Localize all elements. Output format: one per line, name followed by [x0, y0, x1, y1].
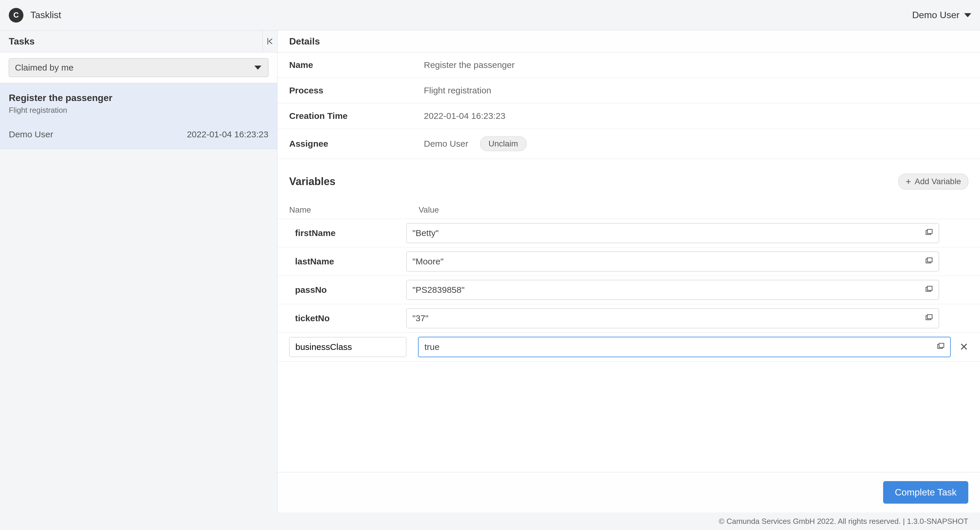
delete-variable-button[interactable]: ✕: [951, 341, 968, 353]
svg-rect-9: [939, 344, 944, 348]
task-item-assignee: Demo User: [9, 129, 53, 139]
variables-section: Variables + Add Variable Name Value firs…: [277, 159, 980, 472]
variable-value-input[interactable]: [418, 337, 951, 357]
complete-task-button[interactable]: Complete Task: [883, 481, 968, 504]
variables-header: Variables + Add Variable: [277, 159, 980, 201]
variable-value-wrapper: [406, 251, 939, 271]
variable-value-wrapper: [406, 223, 939, 243]
app-title: Tasklist: [30, 10, 61, 21]
task-item-date: 2022-01-04 16:23:23: [187, 129, 269, 139]
sidebar: Tasks Claimed by me Register the passeng…: [0, 30, 277, 512]
collapse-sidebar-button[interactable]: [262, 30, 277, 53]
detail-row-name: Name Register the passenger: [277, 53, 980, 78]
detail-label: Creation Time: [289, 111, 424, 121]
detail-value: Flight registration: [424, 86, 491, 95]
col-header-name: Name: [289, 205, 418, 215]
variable-value-wrapper: [406, 280, 939, 300]
unclaim-button[interactable]: Unclaim: [480, 137, 527, 151]
variable-row: firstName: [277, 219, 980, 247]
details-heading: Details: [289, 36, 320, 47]
header-left: C Tasklist: [9, 8, 61, 22]
detail-value-assignee: Demo User Unclaim: [424, 137, 527, 151]
content-footer: Complete Task: [277, 472, 980, 512]
details-table: Name Register the passenger Process Flig…: [277, 53, 980, 159]
content-panel: Details Name Register the passenger Proc…: [277, 30, 980, 512]
detail-value: 2022-01-04 16:23:23: [424, 111, 506, 121]
variable-row: lastName: [277, 247, 980, 276]
app-logo[interactable]: C: [9, 8, 24, 22]
detail-row-creation-time: Creation Time 2022-01-04 16:23:23: [277, 103, 980, 129]
app-header: C Tasklist Demo User: [0, 0, 980, 30]
detail-label: Assignee: [289, 139, 424, 149]
add-variable-button[interactable]: + Add Variable: [898, 173, 968, 189]
svg-rect-1: [928, 229, 932, 234]
user-name-label: Demo User: [912, 10, 959, 21]
variable-name: ticketNo: [283, 313, 406, 323]
col-header-value: Value: [418, 205, 439, 215]
expand-icon[interactable]: [925, 314, 933, 323]
filter-section: Claimed by me: [0, 53, 277, 83]
sidebar-title: Tasks: [9, 36, 35, 47]
detail-row-assignee: Assignee Demo User Unclaim: [277, 129, 980, 159]
chevron-down-icon: [964, 13, 971, 17]
task-item-footer: Demo User 2022-01-04 16:23:23: [9, 129, 269, 139]
svg-rect-5: [928, 286, 932, 290]
task-item-process: Flight registration: [9, 106, 269, 115]
expand-icon[interactable]: [937, 342, 945, 352]
detail-row-process: Process Flight registration: [277, 78, 980, 103]
close-icon: ✕: [959, 341, 968, 353]
expand-icon[interactable]: [925, 257, 933, 266]
variable-value-wrapper: [406, 308, 939, 328]
variable-name-input[interactable]: [289, 337, 406, 357]
sidebar-header: Tasks: [0, 30, 277, 53]
variable-name: passNo: [283, 285, 406, 295]
plus-icon: +: [906, 177, 911, 186]
variable-row: passNo: [277, 276, 980, 304]
filter-select-wrapper: Claimed by me: [9, 58, 269, 77]
detail-label: Name: [289, 60, 424, 70]
page-footer: © Camunda Services GmbH 2022. All rights…: [0, 512, 980, 530]
expand-icon[interactable]: [925, 228, 933, 238]
filter-select[interactable]: Claimed by me: [9, 58, 269, 77]
expand-icon[interactable]: [925, 285, 933, 294]
footer-text: © Camunda Services GmbH 2022. All rights…: [719, 517, 968, 526]
user-menu[interactable]: Demo User: [912, 10, 971, 21]
variables-table-header: Name Value: [277, 201, 980, 219]
task-item-title: Register the passenger: [9, 92, 269, 103]
variable-value-input[interactable]: [406, 223, 939, 243]
detail-value: Register the passenger: [424, 60, 515, 70]
svg-rect-3: [928, 258, 932, 262]
detail-label: Process: [289, 86, 424, 95]
variable-value-input[interactable]: [406, 308, 939, 328]
add-variable-label: Add Variable: [915, 177, 961, 186]
variable-value-input[interactable]: [406, 251, 939, 271]
collapse-left-icon: [267, 38, 273, 45]
variable-name: lastName: [283, 256, 406, 266]
variable-value-wrapper: [418, 337, 951, 357]
variable-row: ticketNo: [277, 304, 980, 333]
task-list-item[interactable]: Register the passenger Flight registrati…: [0, 83, 277, 149]
variable-name: firstName: [283, 228, 406, 238]
content-header: Details: [277, 30, 980, 53]
variable-row-new: ✕: [277, 333, 980, 361]
main-layout: Tasks Claimed by me Register the passeng…: [0, 30, 980, 512]
svg-rect-7: [928, 315, 932, 319]
variables-title: Variables: [289, 175, 336, 188]
variable-value-input[interactable]: [406, 280, 939, 300]
assignee-name: Demo User: [424, 139, 468, 149]
